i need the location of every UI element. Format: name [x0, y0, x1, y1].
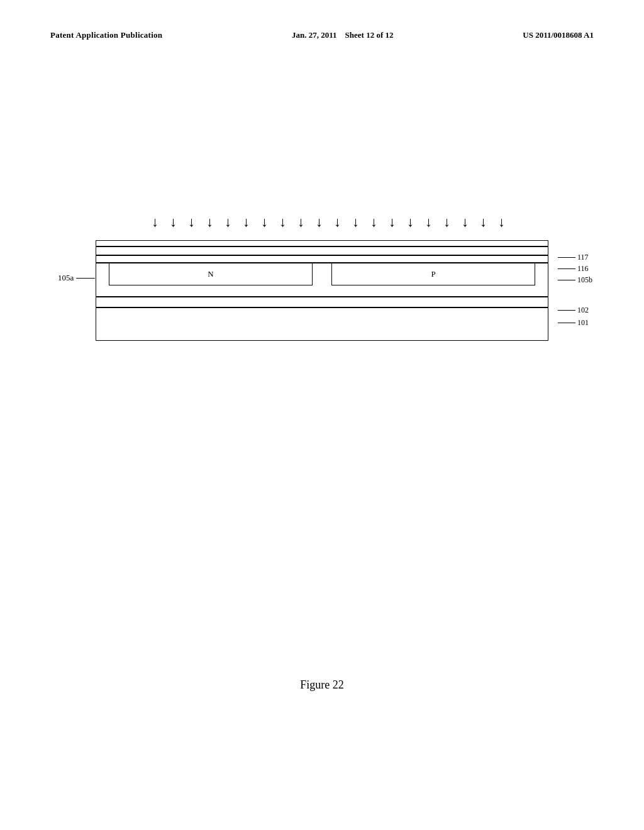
right-label-102-line [558, 310, 575, 311]
right-label-117: 117 [558, 253, 592, 262]
right-label-117-text: 117 [577, 253, 589, 262]
right-label-102: 102 [558, 306, 592, 314]
layer-102-line [96, 296, 548, 297]
region-p-label: P [431, 269, 435, 279]
header-date: Jan. 27, 2011 [292, 30, 337, 40]
region-p: P [331, 263, 535, 285]
layer-101-line [96, 307, 548, 308]
right-label-105b-text: 105b [577, 275, 592, 285]
layer-117-line [96, 246, 548, 247]
arrow-5: ↓ [225, 214, 231, 230]
arrow-3: ↓ [188, 214, 195, 230]
right-label-116-line [558, 268, 575, 269]
right-label-101: 101 [558, 318, 592, 327]
header-right-patent: US 2011/0018608 A1 [523, 30, 594, 40]
device-diagram: 105a 117 116 105b 102 [96, 240, 548, 341]
layer-116-line [96, 255, 548, 256]
right-labels: 117 116 105b 102 101 [558, 253, 592, 328]
right-label-102-text: 102 [577, 306, 589, 315]
arrow-16: ↓ [425, 214, 432, 230]
arrow-12: ↓ [352, 214, 359, 230]
device-box: N P [96, 240, 548, 341]
header-sheet: Sheet 12 of 12 [345, 30, 394, 40]
right-label-101-line [558, 323, 575, 323]
label-105a-line [76, 278, 95, 279]
right-label-116-text: 116 [577, 264, 589, 274]
arrow-6: ↓ [243, 214, 250, 230]
regions-row: N P [109, 263, 535, 285]
arrow-20: ↓ [498, 214, 505, 230]
header-left-label: Patent Application Publication [50, 30, 162, 40]
arrow-7: ↓ [261, 214, 268, 230]
arrow-14: ↓ [389, 214, 396, 230]
arrow-1: ↓ [152, 214, 158, 230]
arrow-11: ↓ [334, 214, 341, 230]
header-center: Jan. 27, 2011 Sheet 12 of 12 [292, 30, 393, 40]
arrow-15: ↓ [407, 214, 414, 230]
region-n-label: N [208, 269, 213, 279]
arrow-13: ↓ [370, 214, 377, 230]
figure-caption: Figure 22 [0, 678, 644, 692]
arrow-10: ↓ [316, 214, 323, 230]
right-label-116: 116 [558, 264, 592, 273]
arrow-9: ↓ [297, 214, 304, 230]
arrow-18: ↓ [462, 214, 469, 230]
label-105a: 105a [58, 273, 95, 283]
region-n: N [109, 263, 313, 285]
header: Patent Application Publication Jan. 27, … [0, 30, 644, 40]
diagram-area: ↓ ↓ ↓ ↓ ↓ ↓ ↓ ↓ ↓ ↓ ↓ ↓ ↓ ↓ ↓ ↓ ↓ ↓ ↓ ↓ … [50, 214, 594, 341]
arrow-4: ↓ [206, 214, 213, 230]
arrow-2: ↓ [170, 214, 177, 230]
label-105a-text: 105a [58, 273, 74, 283]
right-label-105b-line [558, 280, 575, 280]
arrow-8: ↓ [279, 214, 286, 230]
arrows-row: ↓ ↓ ↓ ↓ ↓ ↓ ↓ ↓ ↓ ↓ ↓ ↓ ↓ ↓ ↓ ↓ ↓ ↓ ↓ ↓ [50, 214, 594, 230]
arrow-19: ↓ [480, 214, 487, 230]
right-label-117-line [558, 257, 575, 258]
arrow-17: ↓ [443, 214, 450, 230]
right-label-105b: 105b [558, 275, 592, 284]
right-label-101-text: 101 [577, 318, 589, 328]
page: Patent Application Publication Jan. 27, … [0, 0, 644, 830]
